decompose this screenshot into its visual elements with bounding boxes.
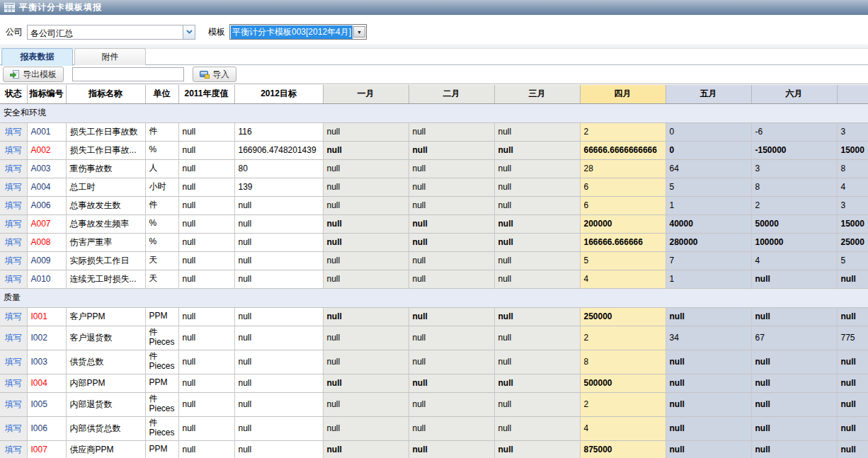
import-file-input[interactable] <box>72 67 184 81</box>
indicator-code-cell: I007 <box>27 440 66 458</box>
month-cell: null <box>666 416 751 440</box>
indicator-code-cell: A009 <box>27 251 66 270</box>
unit-cell: 件 <box>145 122 178 141</box>
fill-link[interactable]: 填写 <box>5 423 22 433</box>
dropdown-arrow-icon[interactable]: ▼ <box>353 26 365 38</box>
value-2011-cell: null <box>178 122 234 141</box>
target-2012-cell: null <box>234 233 323 251</box>
fill-link[interactable]: 填写 <box>5 311 22 321</box>
fill-link[interactable]: 填写 <box>5 399 22 409</box>
fill-link[interactable]: 填写 <box>5 145 22 155</box>
month-cell: null <box>323 326 409 350</box>
col-header-jun: 六月 <box>751 85 837 103</box>
table-row: 填写I006内部供货总数件Piecesnullnullnullnullnull4… <box>0 416 868 440</box>
table-row: 填写I004内部PPMPPMnullnullnullnullnull500000… <box>0 374 868 392</box>
target-2012-cell: null <box>234 326 323 350</box>
group-title: 质量 <box>0 288 868 307</box>
export-template-button[interactable]: 导出模板 <box>3 67 64 82</box>
month-cell: null <box>494 141 580 159</box>
month-cell: null <box>837 307 868 326</box>
month-cell: 67 <box>751 326 837 350</box>
fill-link[interactable]: 填写 <box>5 127 22 137</box>
target-2012-cell: 139 <box>234 178 323 196</box>
month-cell: 2 <box>580 122 666 141</box>
fill-link[interactable]: 填写 <box>5 445 22 454</box>
indicator-code-cell: I003 <box>27 350 66 374</box>
fill-link[interactable]: 填写 <box>5 200 22 210</box>
month-cell: 200000 <box>580 214 666 233</box>
col-header-unit: 单位 <box>145 85 178 103</box>
value-2011-cell: null <box>178 196 234 214</box>
chevron-down-icon[interactable] <box>183 25 195 39</box>
month-cell: 4 <box>580 270 666 288</box>
indicator-code-cell: I006 <box>27 416 66 440</box>
value-2011-cell: null <box>178 270 234 288</box>
month-cell: null <box>409 307 494 326</box>
status-cell: 填写 <box>0 178 27 196</box>
table-row: 填写I001客户PPMPPMnullnullnullnullnull250000… <box>0 307 868 326</box>
value-2011-cell: null <box>178 326 234 350</box>
month-cell: 0 <box>666 141 751 159</box>
month-cell: null <box>409 350 494 374</box>
target-2012-cell: null <box>234 270 323 288</box>
target-2012-cell: null <box>234 196 323 214</box>
month-cell: 8 <box>580 350 666 374</box>
fill-link[interactable]: 填写 <box>5 219 22 229</box>
fill-link[interactable]: 填写 <box>5 274 22 284</box>
indicator-name-cell: 伤害严重率 <box>66 233 145 251</box>
fill-link[interactable]: 填写 <box>5 256 22 265</box>
status-cell: 填写 <box>0 214 27 233</box>
fill-link[interactable]: 填写 <box>5 378 22 388</box>
tab-report-data[interactable]: 报表数据 <box>1 48 73 66</box>
month-cell: 3 <box>837 122 868 141</box>
value-2011-cell: null <box>178 251 234 270</box>
month-cell: null <box>323 251 409 270</box>
month-cell: null <box>494 374 580 392</box>
indicator-code-cell: A004 <box>27 178 66 196</box>
month-cell: null <box>494 270 580 288</box>
unit-cell: 人 <box>145 159 178 178</box>
target-2012-cell: 116 <box>234 122 323 141</box>
fill-link[interactable]: 填写 <box>5 182 22 192</box>
month-cell: null <box>494 326 580 350</box>
month-cell: null <box>751 350 837 374</box>
fill-link[interactable]: 填写 <box>5 164 22 173</box>
month-cell: null <box>666 392 751 416</box>
indicator-name-cell: 总事故发生数 <box>66 196 145 214</box>
fill-link[interactable]: 填写 <box>5 333 22 343</box>
company-select[interactable]: 各公司汇总 <box>27 25 195 40</box>
indicator-code-cell: A008 <box>27 233 66 251</box>
indicator-name-cell: 总工时 <box>66 178 145 196</box>
month-cell: null <box>409 392 494 416</box>
status-cell: 填写 <box>0 326 27 350</box>
status-cell: 填写 <box>0 392 27 416</box>
month-cell: null <box>494 122 580 141</box>
tab-attachments[interactable]: 附件 <box>74 48 146 65</box>
month-cell: null <box>494 178 580 196</box>
unit-cell: 小时 <box>145 178 178 196</box>
month-cell: null <box>409 141 494 159</box>
month-cell: null <box>666 307 751 326</box>
target-2012-cell: 166906.4748201439 <box>234 141 323 159</box>
table-row: 填写A010连续无工时损失...天nullnullnullnullnull41n… <box>0 270 868 288</box>
group-row: 质量 <box>0 288 868 307</box>
month-cell: null <box>751 440 837 458</box>
status-cell: 填写 <box>0 374 27 392</box>
status-cell: 填写 <box>0 196 27 214</box>
month-cell: 3 <box>837 196 868 214</box>
status-cell: 填写 <box>0 416 27 440</box>
fill-link[interactable]: 填写 <box>5 357 22 367</box>
template-label: 模板 <box>208 26 225 38</box>
col-header-status: 状态 <box>0 85 27 103</box>
window-titlebar: 平衡计分卡模板填报 <box>0 0 868 16</box>
month-cell: null <box>323 392 409 416</box>
indicator-name-cell: 损失工作日事故... <box>66 141 145 159</box>
import-button[interactable]: 导入 <box>193 67 236 82</box>
month-cell: null <box>837 270 868 288</box>
month-cell: 6 <box>580 196 666 214</box>
unit-cell: % <box>145 233 178 251</box>
col-header-jul-partial <box>837 85 868 103</box>
template-select[interactable]: 平衡计分卡模板003[2012年4月] ▼ <box>229 24 367 40</box>
month-cell: null <box>837 416 868 440</box>
fill-link[interactable]: 填写 <box>5 237 22 247</box>
